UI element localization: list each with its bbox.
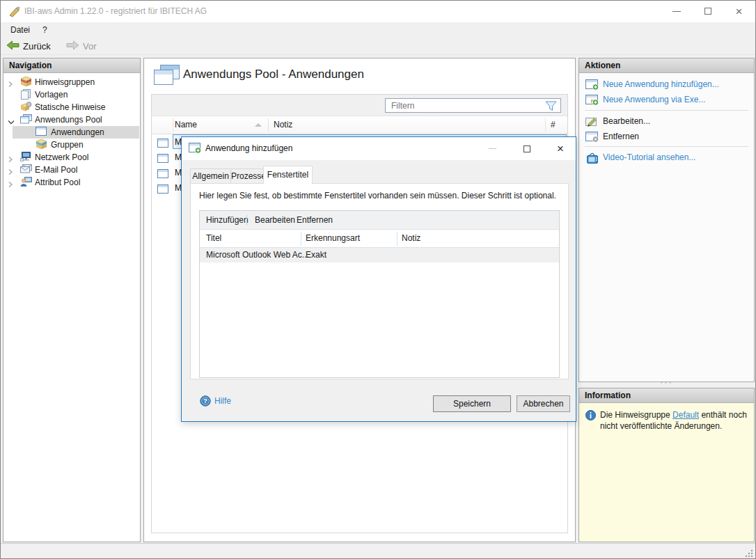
tab-description: Hier legen Sie fest, ob bestimmte Fenste… [199, 191, 561, 200]
minimize-icon [489, 148, 496, 149]
tab-fenstertitel[interactable]: Fenstertitel [263, 166, 313, 184]
menu-datei[interactable]: Datei [6, 22, 34, 38]
window-icon [157, 137, 168, 152]
back-label: Zurück [23, 41, 51, 52]
information-message: Die Hinweisgruppe Default enthält noch n… [600, 409, 748, 432]
table-toolbar: Hinzufügen Bearbeiten Entfernen [200, 211, 559, 230]
fenstertitel-tab-page: Hier legen Sie fest, ob bestimmte Fenste… [190, 183, 569, 379]
close-icon: × [557, 143, 564, 155]
dialog-minimize-button[interactable] [478, 137, 506, 160]
tree-item-netzwerk-pool[interactable]: Netzwerk Pool [3, 151, 140, 164]
close-icon: × [736, 6, 743, 17]
chevron-right-icon[interactable] [8, 79, 13, 91]
tree-item-vorlagen[interactable]: Vorlagen [3, 88, 140, 101]
tree-item-statische-hinweise[interactable]: Statische Hinweise [3, 101, 140, 113]
column-header-name[interactable]: Name [175, 116, 197, 134]
remove-title-button[interactable]: Entfernen [297, 211, 333, 229]
application-pool-large-icon [154, 65, 180, 88]
tree-item-hinweisgruppen[interactable]: Hinweisgruppen [3, 76, 140, 88]
cancel-button[interactable]: Abbrechen [517, 395, 570, 412]
dialog-titlebar: Anwendung hinzufügen × [182, 137, 576, 160]
help-label: Hilfe [214, 396, 231, 406]
tree-item-anwendungen[interactable]: Anwendungen [3, 126, 140, 139]
add-title-button[interactable]: Hinzufügen [206, 211, 249, 229]
maximize-icon [523, 145, 530, 152]
email-pool-icon [20, 164, 32, 177]
window-icon [36, 127, 47, 139]
action-remove[interactable]: Entfernen [579, 129, 754, 145]
column-header-titel[interactable]: Titel [206, 230, 221, 247]
application-pool-icon [20, 114, 32, 127]
dialog-close-button[interactable]: × [546, 137, 574, 160]
tab-prozesse[interactable]: Prozesse [230, 168, 267, 183]
help-link[interactable]: ? Hilfe [200, 395, 211, 409]
sort-ascending-icon [255, 123, 262, 127]
tree-item-attribut-pool[interactable]: Attribut Pool [3, 176, 140, 189]
column-header-count[interactable]: # [551, 116, 556, 134]
chevron-right-icon[interactable] [8, 154, 13, 166]
titlebar: IBI-aws Admin 1.22.0 - registriert für I… [1, 1, 755, 22]
window-titles-table: Hinzufügen Bearbeiten Entfernen Titel Er… [199, 210, 560, 378]
information-panel: Information Die Hinweisgruppe Default en… [578, 388, 755, 542]
default-group-link[interactable]: Default [672, 410, 699, 420]
video-tutorial-icon [585, 152, 599, 166]
action-video-tutorial[interactable]: Video-Tutorial ansehen... [579, 150, 754, 166]
column-separator [397, 232, 397, 246]
chevron-right-icon[interactable] [8, 166, 13, 179]
actions-header: Aktionen [579, 58, 754, 73]
edit-pencil-icon [585, 116, 599, 129]
window-close-button[interactable]: × [723, 1, 755, 22]
dialog-title: Anwendung hinzufügen [205, 137, 292, 160]
dialog-maximize-button[interactable] [513, 137, 541, 160]
window-maximize-button[interactable] [692, 1, 723, 22]
tab-allgemein[interactable]: Allgemein [190, 168, 231, 183]
menu-help[interactable]: ? [38, 22, 52, 38]
actions-separator [585, 146, 748, 147]
chevron-right-icon[interactable] [8, 179, 13, 191]
tree-item-gruppen[interactable]: Gruppen [3, 139, 140, 151]
column-header-notiz[interactable]: Notiz [274, 116, 292, 134]
window-minimize-button[interactable] [661, 1, 692, 22]
action-new-application-exe[interactable]: Neue Anwendung via Exe... [579, 93, 754, 108]
resize-grip[interactable] [745, 549, 753, 558]
app-window: IBI-aws Admin 1.22.0 - registriert für I… [0, 0, 756, 559]
actions-panel: Aktionen Neue Anwendung hinzufügen... Ne… [578, 58, 755, 382]
navigation-header: Navigation [3, 58, 140, 73]
help-icon: ? [200, 395, 211, 409]
window-icon [157, 152, 168, 168]
tree-item-email-pool[interactable]: E-Mail Pool [3, 164, 140, 176]
forward-button[interactable]: Vor [66, 38, 97, 54]
panel-splitter-grip[interactable]: ··· [578, 379, 755, 386]
add-application-dialog: Anwendung hinzufügen × Allgemein Prozess… [181, 136, 576, 422]
info-text-before: Die Hinweisgruppe [600, 410, 672, 420]
action-new-application[interactable]: Neue Anwendung hinzufügen... [579, 77, 754, 93]
back-button[interactable]: Zurück [6, 38, 51, 54]
page-title: Anwendungs Pool - Anwendungen [183, 68, 364, 81]
static-notice-icon [20, 102, 32, 116]
action-edit[interactable]: Bearbeiten... [579, 114, 754, 129]
chevron-down-icon[interactable] [8, 116, 15, 129]
filter-funnel-icon[interactable] [545, 101, 557, 113]
information-body: Die Hinweisgruppe Default enthält noch n… [579, 403, 754, 542]
attribute-pool-icon [20, 177, 32, 190]
column-separator [545, 118, 546, 132]
window-add-exe-icon [585, 95, 599, 108]
templates-icon [20, 89, 31, 103]
back-arrow-icon [6, 40, 19, 52]
save-button[interactable]: Speichern [433, 395, 511, 412]
minimize-icon [672, 11, 681, 12]
app-logo-icon [8, 6, 20, 20]
window-icon [157, 168, 168, 183]
tree-item-anwendungs-pool[interactable]: Anwendungs Pool [3, 113, 140, 126]
filter-input[interactable] [386, 99, 560, 112]
window-title: IBI-aws Admin 1.22.0 - registriert für I… [24, 1, 207, 22]
menubar: Datei ? [1, 22, 755, 38]
column-separator [268, 118, 269, 132]
table-header: Titel Erkennungsart Notiz [200, 230, 559, 248]
column-header-notiz[interactable]: Notiz [402, 230, 420, 247]
navigation-tree: Hinweisgruppen Vorlagen Statische Hinwei… [3, 76, 140, 189]
table-row[interactable]: Microsoft Outlook Web Ac... Exakt [200, 248, 559, 262]
window-add-icon [585, 79, 599, 93]
edit-title-button[interactable]: Bearbeiten [255, 211, 295, 229]
column-header-erkennungsart[interactable]: Erkennungsart [306, 230, 360, 247]
